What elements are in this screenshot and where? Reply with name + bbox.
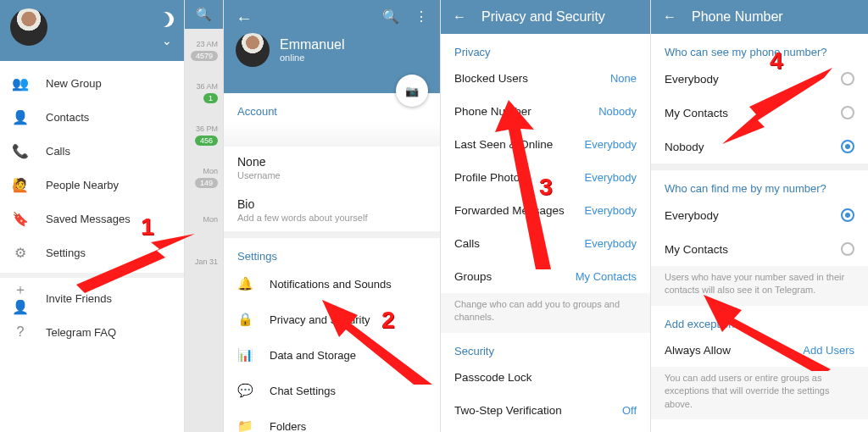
settings-row-icon: 📊 (237, 347, 253, 363)
radio-row[interactable]: Everybody (651, 198, 868, 232)
drawer-item[interactable]: 🙋People Nearby (0, 168, 184, 202)
menu-label: Calls (46, 145, 70, 158)
settings-row-icon: 📁 (237, 418, 253, 432)
drawer-panel: ⌄ 👥New Group👤Contacts📞Calls🙋People Nearb… (0, 0, 185, 432)
settings-row-label: Folders (270, 420, 306, 433)
drawer-item[interactable]: ?Telegram FAQ (0, 315, 184, 349)
phone-row[interactable] (224, 121, 440, 147)
unread-badge: 149 (195, 178, 218, 188)
settings-row[interactable]: 🔒Privacy and Security (224, 302, 440, 337)
unread-badge: 4579 (191, 51, 218, 61)
drawer-item[interactable]: 🔖Saved Messages (0, 202, 184, 235)
menu-label: New Group (46, 77, 102, 90)
who-find-title: Who can find me by my number? (651, 170, 868, 198)
avatar (236, 33, 270, 67)
drawer-item[interactable]: ＋👤Invite Friends (0, 281, 184, 315)
settings-section-title: Settings (224, 238, 440, 266)
menu-label: Invite Friends (46, 292, 112, 305)
privacy-row[interactable]: Profile PhotosEverybody (441, 161, 650, 194)
menu-icon: 👥 (12, 75, 29, 91)
who-see-title: Who can see my phone number? (651, 34, 868, 62)
settings-row-label: Privacy and Security (270, 313, 370, 326)
more-icon[interactable]: ⋮ (415, 8, 428, 25)
back-icon[interactable]: ← (236, 8, 253, 27)
privacy-row[interactable]: Last Seen & OnlineEverybody (441, 128, 650, 161)
chevron-down-icon[interactable]: ⌄ (162, 34, 172, 47)
radio-icon (841, 208, 854, 222)
night-mode-icon[interactable] (159, 12, 174, 27)
settings-header: ← 🔍 ⋮ Emmanuel online 📷 (224, 0, 440, 93)
username-row[interactable]: None Username (224, 147, 440, 189)
always-allow-row[interactable]: Always Allow Add Users (651, 334, 868, 367)
search-icon[interactable]: 🔍 (185, 0, 223, 29)
privacy-row[interactable]: GroupsMy Contacts (441, 260, 650, 293)
menu-icon: ＋👤 (12, 281, 29, 315)
avatar[interactable] (10, 8, 47, 46)
drawer-menu: 👥New Group👤Contacts📞Calls🙋People Nearby🔖… (0, 61, 184, 354)
settings-row[interactable]: 💬Chat Settings (224, 373, 440, 408)
radio-row[interactable]: Everybody (651, 62, 868, 96)
privacy-row[interactable]: Phone NumberNobody (441, 95, 650, 128)
settings-row[interactable]: 📊Data and Storage (224, 337, 440, 373)
menu-icon: 📞 (12, 143, 29, 159)
back-icon[interactable]: ← (663, 9, 676, 25)
settings-row-label: Data and Storage (270, 349, 356, 362)
menu-icon: ? (12, 324, 29, 340)
radio-row[interactable]: My Contacts (651, 96, 868, 130)
settings-panel: ← 🔍 ⋮ Emmanuel online 📷 Account None Use… (224, 0, 441, 432)
chat-peek-row[interactable]: 36 AM1 (185, 71, 223, 114)
back-icon[interactable]: ← (453, 9, 466, 25)
bio-row[interactable]: Bio Add a few words about yourself (224, 189, 440, 231)
settings-row-icon: 🔔 (237, 276, 253, 291)
privacy-hint: Change who can add you to groups and cha… (441, 293, 650, 333)
drawer-item[interactable]: 📞Calls (0, 134, 184, 168)
chat-peek-row[interactable]: Mon149 (185, 156, 223, 198)
drawer-header: ⌄ (0, 0, 184, 61)
security-row[interactable]: Passcode Lock (441, 361, 650, 394)
radio-row[interactable]: My Contacts (651, 232, 868, 266)
radio-icon (841, 106, 854, 119)
radio-icon (841, 72, 854, 86)
menu-label: Contacts (46, 111, 89, 124)
settings-row[interactable]: 🔔Notifications and Sounds (224, 266, 440, 302)
unread-badge: 1 (203, 93, 218, 103)
phone-panel: ← Phone Number Who can see my phone numb… (651, 0, 868, 432)
settings-row-label: Chat Settings (270, 385, 336, 397)
privacy-title: Privacy and Security (481, 9, 605, 25)
radio-row[interactable]: Nobody (651, 130, 868, 163)
chat-list-peek: 🔍 23 AM457936 AM136 PM456Mon149MonJan 31 (185, 0, 224, 432)
security-row[interactable]: Active Sessions (441, 427, 650, 432)
settings-row-icon: 🔒 (237, 312, 253, 327)
menu-label: Saved Messages (46, 213, 131, 225)
privacy-row[interactable]: Blocked UsersNone (441, 62, 650, 95)
profile-name: Emmanuel (280, 37, 344, 53)
exceptions-hint: You can add users or entire groups as ex… (651, 367, 868, 419)
privacy-section-title: Privacy (441, 34, 650, 62)
menu-label: Telegram FAQ (46, 326, 116, 339)
menu-label: Settings (46, 246, 86, 259)
search-icon[interactable]: 🔍 (382, 8, 399, 25)
profile-status: online (280, 53, 344, 63)
chat-peek-row[interactable]: 36 PM456 (185, 114, 223, 156)
settings-row-icon: 💬 (237, 383, 253, 398)
menu-icon: 🙋 (12, 177, 29, 193)
drawer-item[interactable]: 👥New Group (0, 66, 184, 100)
chat-peek-row[interactable]: Jan 31 (185, 241, 223, 283)
radio-icon (841, 140, 854, 153)
settings-row-label: Notifications and Sounds (270, 278, 392, 291)
privacy-panel: ← Privacy and Security Privacy Blocked U… (441, 0, 651, 432)
drawer-item[interactable]: 👤Contacts (0, 100, 184, 134)
phone-title: Phone Number (692, 9, 783, 25)
drawer-item[interactable]: ⚙Settings (0, 235, 184, 269)
security-row[interactable]: Two-Step VerificationOff (441, 394, 650, 427)
privacy-row[interactable]: CallsEverybody (441, 227, 650, 260)
chat-peek-row[interactable]: Mon (185, 198, 223, 241)
camera-button[interactable]: 📷 (396, 75, 428, 107)
phone-header: ← Phone Number (651, 0, 868, 34)
exceptions-title: Add exceptions (651, 306, 868, 334)
menu-icon: 🔖 (12, 211, 29, 227)
chat-peek-row[interactable]: 23 AM4579 (185, 29, 223, 71)
privacy-row[interactable]: Forwarded MessagesEverybody (441, 194, 650, 227)
menu-icon: 👤 (12, 109, 29, 125)
settings-row[interactable]: 📁Folders (224, 408, 440, 432)
